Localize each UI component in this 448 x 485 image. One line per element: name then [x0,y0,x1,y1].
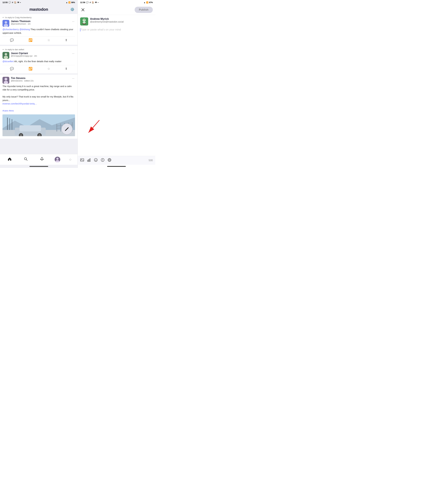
settings-icon[interactable]: ⚙️ [70,8,74,11]
left-panel: 12:55 💬 # 🏠 ✉ • ▲ 📶 86% mastodon ⚙️ ↩ In… [0,0,78,168]
author-name-jason: Jason Cipriani [11,52,37,55]
author-name-tim: Tim Stevens [11,77,33,80]
svg-rect-46 [90,159,90,162]
status-right-right: ▲ 📶 87% [144,1,153,4]
post-image-tim [2,115,75,136]
post-body-tim: The Hyundai Ioniq 6 is such a great mach… [2,85,75,113]
battery-right: 87% [149,1,153,4]
toolbar-cw-icon[interactable] [101,158,105,163]
avatar-img-james [2,20,9,27]
author-row-jason: Jason Cipriani @mrcippy@mrcippy.xyz · 2m [2,52,37,59]
fav-btn-jason[interactable]: ☆ [46,66,52,71]
time-left: 12:55 [2,1,8,4]
nav-search[interactable] [22,156,29,163]
signal-icon-r: 📶 [146,1,148,4]
post-actions-jason: 💬 🔁 ☆ ⬆ [2,65,75,72]
svg-point-52 [103,161,103,161]
svg-point-47 [94,158,97,162]
avatar-james[interactable] [2,20,9,27]
compose-input[interactable]: Type or paste what's on your mind [80,28,153,32]
close-button[interactable] [80,7,86,13]
status-bar-left: 12:55 💬 # 🏠 ✉ • ▲ 📶 86% [0,0,78,5]
status-time-right: 12:56 💬 # 🏠 ✉ • [80,1,98,4]
post-header-jason: Jason Cipriani @mrcippy@mrcippy.xyz · 2m… [2,52,75,59]
compose-toolbar: 500 [78,156,155,165]
author-info-james: James Thomson @jamesthomson · 1m [11,20,31,25]
compose-author-row: Andrew Myrick @andrewmyrick@mastodon.soc… [80,17,153,25]
avatar-tim[interactable] [2,77,9,84]
post-jason: ↩ In reply to dan seifert [0,46,78,73]
mail-icon: ✉ [17,1,19,4]
svg-rect-21 [56,124,57,132]
boost-btn-jason[interactable]: 🔁 [27,66,34,71]
nav-notifications[interactable] [38,156,46,163]
status-bar-right: 12:56 💬 # 🏠 ✉ • ▲ 📶 87% [78,0,155,5]
reply-btn-james[interactable]: 💬 [8,38,16,43]
nav-avatar[interactable] [55,157,60,162]
wifi-icon: ▲ [66,1,68,4]
fav-btn-james[interactable]: ☆ [46,38,52,43]
mention-dcseifert[interactable]: @dcseifert [2,60,14,63]
home-icon-status-r: 🏠 [92,1,94,4]
app-title: mastodon [29,7,48,12]
author-info-jason: Jason Cipriani @mrcippy@mrcippy.xyz · 2m [11,52,37,57]
svg-point-36 [83,19,86,22]
more-btn-james[interactable]: ··· [72,20,75,23]
toolbar-icons [80,158,112,163]
toolbar-emoji-icon[interactable] [94,158,98,163]
post-actions-james: 💬 🔁 ☆ ⬆ [2,37,75,43]
svg-point-49 [96,159,97,160]
reply-to-james: In reply to Craig Hockenberry [5,16,32,19]
expand-icon[interactable]: ◇ [69,158,72,161]
author-handle-james: @jamesthomson · 1m [11,23,31,25]
svg-point-4 [5,53,7,56]
toolbar-visibility-icon[interactable] [107,158,112,163]
svg-point-48 [95,159,96,160]
right-panel: 12:56 💬 # 🏠 ✉ • ▲ 📶 87% Publish [78,0,155,168]
svg-point-31 [56,158,58,160]
feed-content: ↩ In reply to Craig Hockenberry [0,14,78,154]
home-indicator-right [78,165,155,168]
compose-body: Andrew Myrick @andrewmyrick@mastodon.soc… [78,15,155,156]
bottom-nav: ◇ [0,154,78,165]
toolbar-poll-icon[interactable] [87,158,91,163]
home-bar-left [30,166,48,167]
more-btn-jason[interactable]: ··· [72,52,75,55]
mention-chockenberry[interactable]: @chockenberry [2,28,19,31]
char-count: 500 [149,159,153,162]
svg-rect-44 [88,160,88,162]
share-btn-james[interactable]: ⬆ [63,38,69,43]
author-handle-jason: @mrcippy@mrcippy.xyz · 2m [11,55,37,57]
publish-button[interactable]: Publish [135,7,153,13]
dot-icon: • [20,1,21,4]
app-header: mastodon ⚙️ [0,5,78,14]
compose-avatar[interactable] [80,17,88,25]
avatar-img-tim [2,77,9,84]
reply-indicator-james: ↩ In reply to Craig Hockenberry [2,16,75,19]
avatar-jason[interactable] [2,52,9,59]
mention-drdrang[interactable]: @drdrang [19,28,30,31]
svg-rect-42 [80,159,84,161]
post-text-tim-2: My only issue? That trunk is way too sma… [2,95,73,101]
messenger-icon: 💬 [8,1,11,4]
toolbar-image-icon[interactable] [80,158,84,163]
post-james: ↩ In reply to Craig Hockenberry [0,14,78,45]
compose-header: Publish [78,5,155,15]
post-header-tim: Tim Stevens @timstevens · edited 22s ··· [2,77,75,84]
nav-home[interactable] [6,156,13,163]
post-link-tim[interactable]: inverse.com/tech/hyundai-ioniq… [2,102,37,105]
share-btn-jason[interactable]: ⬆ [63,66,69,71]
post-text-jason: Ah, right. It's the finer details that r… [14,60,62,63]
fab-pencil-button[interactable] [61,123,72,135]
reply-arrow-icon-jason: ↩ [2,48,4,51]
reply-btn-jason[interactable]: 💬 [8,66,16,71]
dot-icon-r: • [98,1,98,4]
post-hashtags-tim[interactable]: #cars #evs [2,109,14,112]
svg-rect-11 [7,117,8,130]
compose-author-name: Andrew Myrick [90,17,124,21]
reply-indicator-jason: ↩ In reply to dan seifert [2,48,75,51]
slack-icon-r: # [90,1,91,4]
more-btn-tim[interactable]: ··· [72,77,75,80]
post-body-james: @chockenberry @drdrang They couldn't hav… [2,28,75,35]
boost-btn-james[interactable]: 🔁 [27,38,34,43]
